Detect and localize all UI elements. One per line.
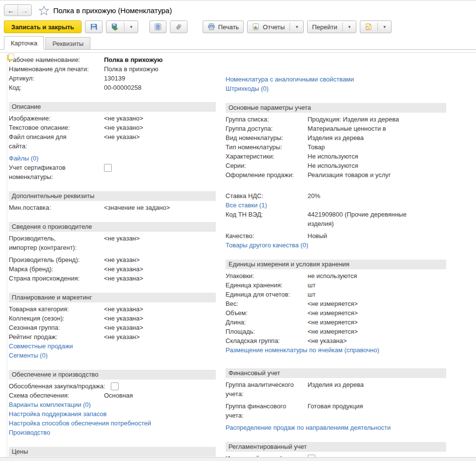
window-caption-bar: ← → Полка в прихожую (Номенклатура) xyxy=(0,0,476,19)
field-row: Рабочее наименование:Полка в прихожую xyxy=(9,55,216,64)
field-label: Единица хранения: xyxy=(226,281,308,290)
field-label: Складская группа: xyxy=(226,336,308,345)
save-button[interactable] xyxy=(85,20,103,33)
report-chart-icon xyxy=(252,23,260,31)
field-label: Площадь: xyxy=(226,327,308,336)
field-row: Изображение:<не указано> xyxy=(9,114,216,123)
button-divider xyxy=(342,22,343,31)
list-icon xyxy=(154,23,162,31)
field-row: Объем:<не измеряется> xyxy=(226,308,446,318)
field-value: Полка в прихожую xyxy=(104,55,163,64)
field-row: Оформление продажи:Реализация товаров и … xyxy=(226,170,446,180)
field-row: Ставка НДС:20% xyxy=(226,191,446,200)
page-title: Полка в прихожую (Номенклатура) xyxy=(53,6,172,15)
hyperlink[interactable]: Варианты комплектации (0) xyxy=(9,400,91,409)
print-button[interactable]: Печать xyxy=(203,20,244,33)
right-column: Номенклатура с аналогичными свойствамиШт… xyxy=(226,55,446,461)
spacer xyxy=(226,55,446,75)
hyperlink[interactable]: Настройка способов обеспечения потребнос… xyxy=(9,419,151,428)
checkbox[interactable] xyxy=(111,382,119,390)
history-button[interactable]: ▼ xyxy=(360,20,392,33)
tab-requisites[interactable]: Реквизиты xyxy=(45,37,90,49)
hyperlink[interactable]: Совместные продажи xyxy=(9,341,73,351)
field-value: <не измеряется> xyxy=(308,318,358,327)
nav-button-group: ← → xyxy=(4,4,32,16)
hyperlink[interactable]: Номенклатура с аналогичными свойствами xyxy=(226,75,354,84)
spacer xyxy=(226,180,446,191)
field-value: <не указан> xyxy=(104,255,140,264)
link-row: Настройка способов обеспечения потребнос… xyxy=(9,419,216,428)
section-header: Цены xyxy=(9,447,216,457)
field-value: <не указана> xyxy=(104,264,143,274)
list-view-button[interactable] xyxy=(149,20,166,33)
hyperlink[interactable]: Сегменты (0) xyxy=(9,351,48,360)
left-column: Рабочее наименование:Полка в прихожуюНаи… xyxy=(9,55,216,459)
hyperlink[interactable]: Производство xyxy=(9,428,50,437)
favorite-star-icon[interactable] xyxy=(39,5,49,16)
form-left-rule xyxy=(7,55,7,457)
button-divider xyxy=(377,22,378,31)
field-row: Производитель, импортер (контрагент):<не… xyxy=(9,234,216,252)
field-value: 4421909800 (Прочие деревянные изделия) xyxy=(308,210,407,228)
field-row: Товарная категория:<не указана> xyxy=(9,304,216,314)
hyperlink[interactable]: Настройка поддержания запасов xyxy=(9,409,106,419)
field-row: Складская группа:<не указана> xyxy=(226,336,446,345)
hyperlink[interactable]: Файлы (0) xyxy=(9,154,39,163)
hyperlink[interactable]: Все ставки (1) xyxy=(226,200,267,210)
field-row: Тип номенклатуры:Товар xyxy=(226,142,446,152)
field-value: 00-00000258 xyxy=(104,83,142,92)
link-row: Варианты комплектации (0) xyxy=(9,400,216,409)
checkbox[interactable] xyxy=(104,164,112,172)
field-value: Не используются xyxy=(308,152,358,161)
field-label: Группа аналитического учета: xyxy=(226,380,308,399)
link-row: Все ставки (1) xyxy=(226,200,446,210)
field-value: Новый xyxy=(308,231,327,241)
button-divider xyxy=(124,22,124,31)
field-label: Коллекция (сезон): xyxy=(9,314,104,323)
field-label: Группа доступа: xyxy=(226,124,308,133)
hyperlink[interactable]: Штрихкоды (0) xyxy=(226,84,269,93)
attachments-button[interactable] xyxy=(170,20,187,33)
field-value: Изделия из дерева xyxy=(308,133,364,142)
field-label: Изображение: xyxy=(9,114,104,123)
save-and-close-button[interactable]: Записать и закрыть xyxy=(4,20,82,33)
link-row: Совместные продажи xyxy=(9,341,216,351)
floppy-disk-icon xyxy=(90,23,98,31)
form-content: Рабочее наименование:Полка в прихожуюНаи… xyxy=(0,52,476,461)
back-arrow-icon[interactable]: ← xyxy=(4,5,18,16)
field-row: Сезонная группа:<не указана> xyxy=(9,323,216,332)
field-label: Тип номенклатуры: xyxy=(226,142,308,152)
field-row: Единица хранения:шт xyxy=(226,281,446,290)
field-row: Площадь:<не измеряется> xyxy=(226,327,446,336)
field-label: Сезонная группа: xyxy=(9,323,104,332)
reports-button[interactable]: Отчеты ▼ xyxy=(247,20,304,33)
save-as-button[interactable]: ▼ xyxy=(106,20,138,33)
hyperlink[interactable]: Размещение номенклатуры по ячейкам (спра… xyxy=(226,345,379,355)
field-label: Рабочее наименование: xyxy=(9,55,104,64)
field-value: Полка в прихожую xyxy=(104,64,158,74)
field-value: <не указана> xyxy=(308,336,347,345)
field-value: <не указано> xyxy=(104,114,143,123)
field-value: <не измеряется> xyxy=(308,327,358,336)
field-row: Рейтинг продаж:<не указан> xyxy=(9,332,216,341)
field-label: Производитель, импортер (контрагент): xyxy=(9,234,104,252)
section-header: Основные параметры учета xyxy=(226,103,446,113)
tab-card[interactable]: Карточка xyxy=(4,36,44,50)
field-value: 20% xyxy=(308,191,320,200)
field-row: Группа аналитического учета:Изделия из д… xyxy=(226,380,446,399)
forward-arrow-icon[interactable]: → xyxy=(18,5,31,16)
field-label: Группа списка: xyxy=(226,115,308,124)
field-value: <не измеряется> xyxy=(308,308,358,318)
field-value: <не указан> xyxy=(104,332,140,341)
reports-label: Отчеты xyxy=(263,23,285,31)
field-row: Текстовое описание:<не указано> xyxy=(9,123,216,132)
goto-button[interactable]: Перейти ▼ xyxy=(307,20,356,33)
field-label: Вид номенклатуры: xyxy=(226,133,308,142)
form-bottom-border xyxy=(0,457,476,461)
field-row: Коллекция (сезон):<не указана> xyxy=(9,314,216,323)
print-label: Печать xyxy=(218,23,239,31)
link-row: Файлы (0) xyxy=(9,154,216,163)
hyperlink[interactable]: Распределение продаж по направлениям дея… xyxy=(226,423,391,432)
hyperlink[interactable]: Товары другого качества (0) xyxy=(226,241,308,250)
link-row: Сегменты (0) xyxy=(9,351,216,360)
